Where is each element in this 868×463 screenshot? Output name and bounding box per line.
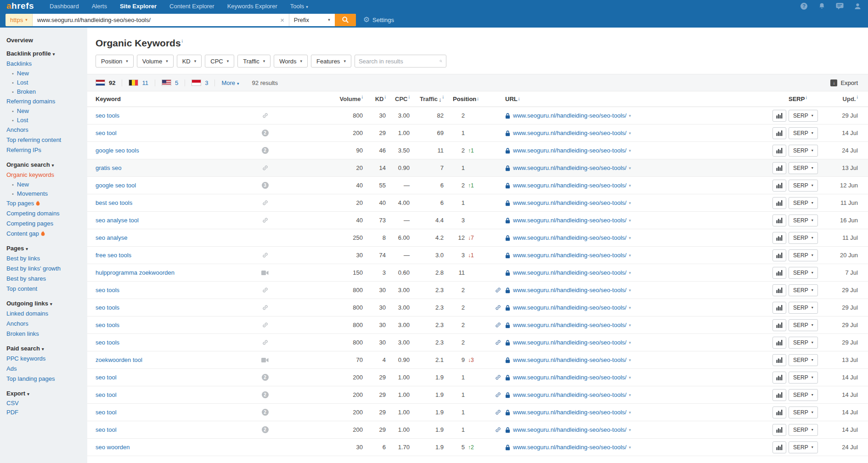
sidebar-section-organic-search[interactable]: Organic search▾ bbox=[6, 161, 87, 168]
chevron-down-icon[interactable]: ▾ bbox=[629, 253, 631, 258]
url-link[interactable]: www.seoguru.nl/handleiding-seo/seo-tools… bbox=[513, 164, 626, 171]
positions-history-chart-button[interactable] bbox=[772, 424, 786, 436]
keyword-link[interactable]: seo tools bbox=[96, 287, 119, 294]
results-search-input[interactable] bbox=[359, 58, 440, 65]
keyword-link[interactable]: seo tools bbox=[96, 304, 119, 311]
chevron-down-icon[interactable]: ▾ bbox=[629, 148, 631, 153]
serp-button[interactable]: SERP▾ bbox=[789, 127, 818, 139]
keyword-link[interactable]: seo analyse bbox=[96, 234, 127, 241]
filter-words-button[interactable]: Words▾ bbox=[274, 55, 308, 68]
sidebar-item-content-gap[interactable]: Content gap bbox=[6, 230, 39, 237]
sidebar-item-competing-domains[interactable]: Competing domains bbox=[6, 210, 60, 217]
country-filter-id[interactable]: 3 bbox=[185, 79, 214, 86]
sidebar-item-competing-pages[interactable]: Competing pages bbox=[6, 220, 53, 227]
sidebar-subitem-movements[interactable]: Movements bbox=[17, 190, 48, 197]
url-link[interactable]: www.seoguru.nl/handleiding-seo/seo-tools… bbox=[513, 409, 626, 416]
col-header-position[interactable]: Positioni bbox=[444, 96, 490, 102]
url-link[interactable]: www.seoguru.nl/handleiding-seo/seo-tools… bbox=[513, 252, 626, 259]
sidebar-section-backlink-profile[interactable]: Backlink profile▾ bbox=[6, 50, 87, 57]
chat-icon[interactable] bbox=[836, 2, 844, 10]
positions-history-chart-button[interactable] bbox=[772, 232, 786, 244]
url-link[interactable]: www.seoguru.nl/handleiding-seo/seo-tools… bbox=[513, 112, 626, 119]
sidebar-item-pdf[interactable]: PDF bbox=[6, 409, 18, 416]
info-icon[interactable]: i bbox=[182, 39, 183, 44]
col-header-upd[interactable]: Upd.i bbox=[824, 95, 868, 102]
sidebar-item-best-by-shares[interactable]: Best by shares bbox=[6, 275, 46, 282]
sidebar-item-top-referring-content[interactable]: Top referring content bbox=[6, 136, 61, 143]
keyword-link[interactable]: hulpprogramma zoekwoorden bbox=[96, 269, 175, 276]
chevron-down-icon[interactable]: ▾ bbox=[629, 375, 631, 380]
nav-item-content-explorer[interactable]: Content Explorer bbox=[169, 3, 214, 10]
url-link[interactable]: www.seoguru.nl/handleiding-seo/seo-tools… bbox=[513, 234, 626, 241]
sidebar-item-referring-domains[interactable]: Referring domains bbox=[6, 98, 55, 105]
sidebar-section-paid-search[interactable]: Paid search▾ bbox=[6, 345, 87, 352]
filter-cpc-button[interactable]: CPC▾ bbox=[205, 55, 234, 68]
target-url-input[interactable] bbox=[33, 14, 276, 26]
keyword-link[interactable]: google seo tools bbox=[96, 147, 139, 154]
sidebar-subitem-broken[interactable]: Broken bbox=[17, 88, 36, 95]
filter-features-button[interactable]: Features▾ bbox=[311, 55, 351, 68]
url-link[interactable]: www.seoguru.nl/handleiding-seo/seo-tools… bbox=[513, 182, 626, 189]
chevron-down-icon[interactable]: ▾ bbox=[629, 166, 631, 170]
positions-history-chart-button[interactable] bbox=[772, 284, 786, 296]
serp-button[interactable]: SERP▾ bbox=[789, 215, 818, 226]
url-link[interactable]: www.seoguru.nl/handleiding-seo/seo-tools… bbox=[513, 217, 626, 224]
url-link[interactable]: www.seoguru.nl/handleiding-seo/seo-tools… bbox=[513, 287, 626, 294]
chevron-down-icon[interactable]: ▾ bbox=[629, 236, 631, 240]
sidebar-item-overview[interactable]: Overview bbox=[6, 37, 87, 44]
positions-history-chart-button[interactable] bbox=[772, 215, 786, 226]
keyword-link[interactable]: seo tools bbox=[96, 112, 119, 119]
info-icon[interactable]: i bbox=[477, 97, 479, 102]
positions-history-chart-button[interactable] bbox=[772, 127, 786, 139]
keyword-link[interactable]: seo tool bbox=[96, 426, 117, 433]
url-link[interactable]: www.seoguru.nl/handleiding-seo/seo-tools… bbox=[513, 322, 626, 328]
serp-button[interactable]: SERP▾ bbox=[789, 180, 818, 192]
url-link[interactable]: www.seoguru.nl/handleiding-seo/seo-tools… bbox=[513, 304, 626, 311]
nav-item-site-explorer[interactable]: Site Explorer bbox=[120, 3, 157, 10]
serp-button[interactable]: SERP▾ bbox=[789, 110, 818, 122]
filter-traffic-button[interactable]: Traffic▾ bbox=[237, 55, 271, 68]
serp-button[interactable]: SERP▾ bbox=[789, 249, 818, 261]
sidebar-item-top-content[interactable]: Top content bbox=[6, 285, 37, 292]
sidebar-subitem-lost[interactable]: Lost bbox=[17, 117, 28, 124]
sidebar-section-export[interactable]: Export▾ bbox=[6, 390, 87, 397]
keyword-link[interactable]: best seo tools bbox=[96, 199, 132, 206]
nav-item-tools[interactable]: Tools▾ bbox=[290, 3, 308, 10]
positions-history-chart-button[interactable] bbox=[772, 441, 786, 453]
keyword-link[interactable]: seo tool bbox=[96, 374, 117, 381]
positions-history-chart-button[interactable] bbox=[772, 197, 786, 209]
col-header-url[interactable]: URLi bbox=[505, 96, 770, 102]
col-header-cpc[interactable]: CPCi bbox=[386, 95, 410, 102]
filter-position-button[interactable]: Position▾ bbox=[96, 55, 134, 68]
col-header-volume[interactable]: Volumei bbox=[272, 95, 363, 102]
ahrefs-logo[interactable]: ahrefs bbox=[6, 0, 34, 12]
chevron-down-icon[interactable]: ▾ bbox=[629, 288, 631, 293]
positions-history-chart-button[interactable] bbox=[772, 180, 786, 192]
country-filter-us[interactable]: 5 bbox=[155, 79, 185, 86]
sidebar-subitem-new[interactable]: New bbox=[17, 70, 29, 77]
sidebar-item-anchors[interactable]: Anchors bbox=[6, 320, 28, 327]
positions-history-chart-button[interactable] bbox=[772, 372, 786, 384]
filter-volume-button[interactable]: Volume▾ bbox=[137, 55, 174, 68]
info-icon[interactable]: i bbox=[806, 96, 807, 102]
chevron-down-icon[interactable]: ▾ bbox=[629, 218, 631, 223]
sidebar-item-top-pages[interactable]: Top pages bbox=[6, 200, 34, 207]
search-button[interactable] bbox=[335, 14, 356, 26]
chevron-down-icon[interactable]: ▾ bbox=[629, 113, 631, 118]
sidebar-item-best-by-links[interactable]: Best by links bbox=[6, 255, 40, 262]
chevron-down-icon[interactable]: ▾ bbox=[629, 323, 631, 327]
url-link[interactable]: www.seoguru.nl/handleiding-seo/seo-tools… bbox=[513, 426, 626, 433]
serp-button[interactable]: SERP▾ bbox=[789, 389, 818, 401]
chevron-down-icon[interactable]: ▾ bbox=[629, 201, 631, 205]
sidebar-item-linked-domains[interactable]: Linked domains bbox=[6, 310, 48, 317]
serp-button[interactable]: SERP▾ bbox=[789, 372, 818, 384]
chevron-down-icon[interactable]: ▾ bbox=[629, 131, 631, 136]
positions-history-chart-button[interactable] bbox=[772, 302, 786, 314]
col-header-traffic[interactable]: Traffic↓i bbox=[410, 95, 444, 102]
col-header-kd[interactable]: KDi bbox=[363, 95, 386, 102]
serp-button[interactable]: SERP▾ bbox=[789, 145, 818, 157]
sidebar-subitem-new[interactable]: New bbox=[17, 181, 29, 188]
url-link[interactable]: www.seoguru.nl/handleiding-seo/seo-tools… bbox=[513, 147, 626, 154]
chevron-down-icon[interactable]: ▾ bbox=[629, 428, 631, 432]
clear-input-icon[interactable]: × bbox=[276, 14, 289, 26]
